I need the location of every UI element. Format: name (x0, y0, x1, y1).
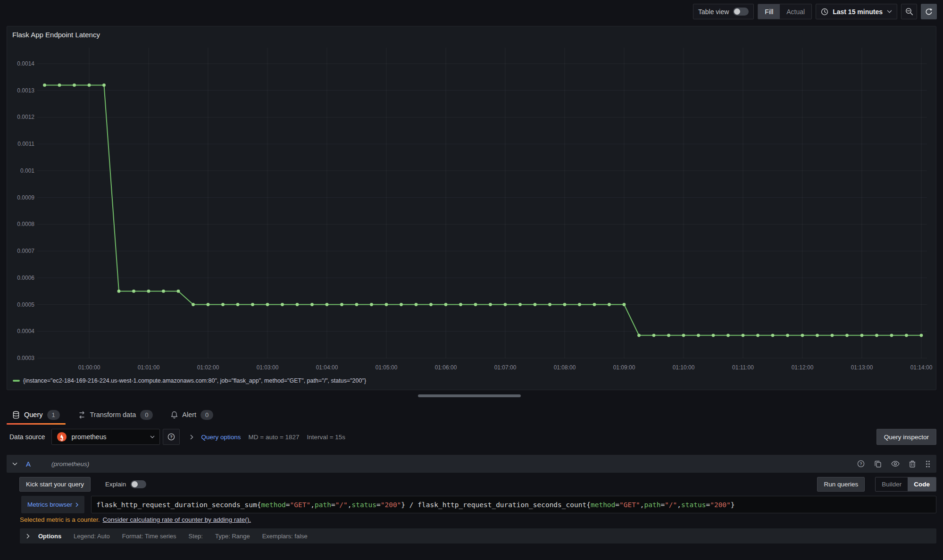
y-tick-label: 0.0013 (17, 87, 34, 94)
add-rate-link[interactable]: Consider calculating rate of counter by … (103, 516, 251, 523)
query-options-link[interactable]: Query options (201, 434, 241, 441)
x-tick-label: 01:07:00 (494, 364, 517, 371)
explain-switch[interactable] (131, 480, 146, 488)
drag-handle-icon[interactable] (925, 460, 931, 468)
metrics-browser-button[interactable]: Metrics browser (21, 496, 84, 513)
kick-start-query-button[interactable]: Kick start your query (19, 477, 91, 492)
x-tick-label: 01:01:00 (138, 364, 160, 371)
svg-text:?: ? (170, 435, 173, 439)
promql-expression-input[interactable]: flask_http_request_duration_seconds_sum{… (91, 496, 936, 513)
chevron-down-icon (150, 435, 155, 438)
query-datasource-hint: (prometheus) (51, 460, 89, 468)
option-summary-item: Step: (189, 533, 203, 540)
query-row-header[interactable]: A (prometheus) ? (7, 455, 936, 473)
query-expression-row: Metrics browser flask_http_request_durat… (21, 496, 936, 513)
duplicate-query-icon[interactable] (874, 460, 882, 468)
promql-token-plain: , (310, 501, 315, 509)
legend-series-swatch (13, 380, 20, 382)
promql-token-plain: , (640, 501, 644, 509)
y-tick-label: 0.0003 (17, 355, 34, 361)
query-row-actions: ? (857, 460, 931, 468)
latency-panel: 0.00030.00040.00050.00060.00070.00080.00… (7, 26, 936, 390)
latency-chart[interactable]: 0.00030.00040.00050.00060.00070.00080.00… (7, 26, 936, 377)
promql-token-plain: flask_http_request_duration_seconds_sum{ (96, 501, 261, 509)
zoom-out-button[interactable] (901, 4, 917, 19)
chart-grid (37, 48, 927, 358)
datasource-help-button[interactable]: ? (163, 429, 180, 445)
y-tick-label: 0.0014 (17, 60, 34, 67)
database-icon (12, 411, 20, 419)
query-options-summary-row[interactable]: Options Legend: AutoFormat: Time seriesS… (20, 528, 936, 543)
option-summary-item: Type: Range (215, 533, 250, 540)
panel-title[interactable]: Flask App Endpoint Latency (12, 31, 100, 39)
x-tick-label: 01:06:00 (435, 364, 457, 371)
promql-token-plain: = (376, 501, 381, 509)
tab-label: Transform data (90, 411, 136, 418)
x-tick-label: 01:11:00 (732, 364, 754, 371)
refresh-button[interactable] (921, 4, 937, 19)
tab-transform-data[interactable]: Transform data0 (72, 404, 159, 426)
promql-token-plain: , (348, 501, 352, 509)
editor-resize-handle[interactable] (418, 394, 521, 397)
warning-text: Selected metric is a counter. (20, 516, 100, 523)
y-tick-label: 0.0009 (17, 194, 34, 201)
table-view-toggle-group[interactable]: Table view (693, 4, 754, 19)
promql-token-plain: = (660, 501, 665, 509)
promql-token-label: status (352, 501, 376, 509)
promql-token-label: path (644, 501, 660, 509)
editor-tabs: Query1Transform data0Alert0 (7, 404, 936, 426)
switch-knob (132, 481, 138, 487)
promql-token-string: "/" (665, 501, 677, 509)
datasource-picker[interactable]: prometheus (51, 429, 160, 445)
x-tick-label: 01:10:00 (673, 364, 695, 371)
promql-token-plain: } / flask_http_request_duration_seconds_… (401, 501, 591, 509)
promql-token-plain: = (331, 501, 335, 509)
promql-token-plain: = (615, 501, 619, 509)
chevron-right-icon[interactable] (26, 534, 30, 539)
collapse-chevron-icon[interactable] (12, 462, 17, 466)
promql-token-label: method (591, 501, 615, 509)
run-queries-button[interactable]: Run queries (817, 477, 865, 492)
clock-icon (821, 8, 828, 16)
explain-toggle-group: Explain (105, 480, 146, 488)
promql-token-label: method (261, 501, 285, 509)
code-mode-button[interactable]: Code (908, 477, 936, 491)
datasource-name: prometheus (71, 433, 146, 441)
promql-token-string: "200" (710, 501, 731, 509)
x-tick-label: 01:00:00 (78, 364, 100, 371)
tab-query[interactable]: Query1 (7, 404, 66, 426)
tab-alert[interactable]: Alert0 (165, 404, 219, 426)
y-tick-label: 0.0006 (17, 275, 34, 281)
explain-label: Explain (105, 481, 126, 488)
x-tick-label: 01:14:00 (910, 364, 933, 371)
promql-token-plain: = (706, 501, 710, 509)
legend-series-label[interactable]: {instance="ec2-184-169-216-224.us-west-1… (23, 377, 366, 384)
switch-knob (734, 8, 740, 15)
counter-warning-row: Selected metric is a counter. Consider c… (20, 516, 251, 523)
toggle-visibility-icon[interactable] (891, 460, 900, 467)
zoom-out-icon (905, 8, 913, 16)
y-tick-label: 0.0005 (17, 301, 34, 308)
tab-label: Alert (182, 411, 196, 418)
svg-text:?: ? (860, 461, 862, 466)
delete-query-icon[interactable] (909, 460, 916, 468)
prometheus-logo-icon (57, 432, 67, 442)
table-view-label: Table view (698, 8, 729, 16)
table-view-switch[interactable] (733, 8, 749, 16)
builder-mode-button[interactable]: Builder (876, 477, 908, 491)
time-range-picker[interactable]: Last 15 minutes (816, 4, 897, 19)
actual-button[interactable]: Actual (780, 4, 811, 19)
tab-label: Query (24, 411, 43, 418)
query-inspector-button[interactable]: Query inspector (876, 429, 936, 445)
fill-button[interactable]: Fill (758, 4, 780, 19)
y-tick-label: 0.001 (20, 167, 34, 174)
option-summary-item: Legend: Auto (74, 533, 110, 540)
promql-token-string: "GET" (619, 501, 640, 509)
y-tick-label: 0.0012 (17, 114, 34, 120)
query-ref-id[interactable]: A (26, 460, 31, 468)
bell-icon (171, 411, 178, 419)
chevron-right-icon (190, 435, 193, 440)
tab-count-badge: 1 (47, 410, 60, 420)
query-help-icon[interactable]: ? (857, 460, 865, 468)
query-options-group: Query options MD = auto = 1827 Interval … (190, 434, 345, 441)
